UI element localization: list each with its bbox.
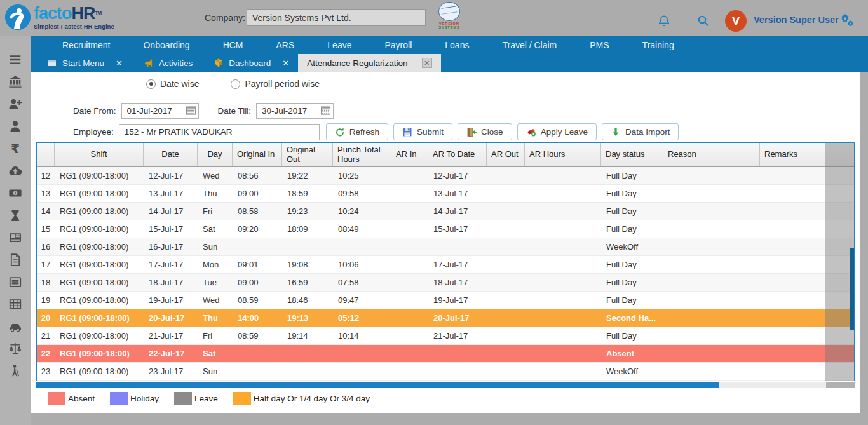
column-header-punch-total-hours[interactable]: Punch Total Hours [333,143,391,166]
column-header-day-status[interactable]: Day status [601,143,663,166]
column-header-reason[interactable]: Reason [663,143,760,166]
employee-label: Employee: [73,127,114,137]
sidebar-user-add-icon[interactable] [8,97,22,111]
apply-leave-button[interactable]: Apply Leave [517,123,597,140]
refresh-button[interactable]: Refresh [326,123,388,140]
cell-day-status: Full Day [601,274,663,291]
sidebar-user-icon[interactable] [8,119,22,133]
employee-input[interactable] [119,124,320,140]
nav-item-hcm[interactable]: HCM [207,40,260,50]
nav-item-leave[interactable]: Leave [311,40,368,50]
sidebar-scales-icon[interactable] [8,342,22,356]
table-row-15-Jul-17[interactable]: 15RG1 (09:00-18:00)15-Jul-17Sat09:2018:0… [37,220,854,238]
table-row-22-Jul-17[interactable]: 22RG1 (09:00-18:00)22-Jul-17SatAbsent [37,345,854,363]
cell-day: Sat [198,220,233,238]
table-row-20-Jul-17[interactable]: 20RG1 (09:00-18:00)20-Jul-17Thu14:0019:1… [37,309,854,327]
column-header-shift[interactable]: Shift [55,143,144,166]
notifications-bell-icon[interactable] [657,14,671,28]
cell-reason [663,274,760,291]
table-row-13-Jul-17[interactable]: 13RG1 (09:00-18:00)13-Jul-17Thu09:0018:5… [37,185,854,203]
nav-item-travel-claim[interactable]: Travel / Claim [485,40,573,50]
column-header-day[interactable]: Day [198,143,233,166]
cell-day-status: Full Day [601,167,663,184]
radio-date-wise[interactable]: Date wise [146,79,199,89]
sidebar-table-icon[interactable] [8,297,22,311]
cell-ar-hours [525,238,601,255]
calendar-icon[interactable] [321,106,330,115]
sidebar-cloud-upload-icon[interactable] [8,164,22,178]
table-row-23-Jul-17[interactable]: 23RG1 (09:00-18:00)23-Jul-17SunWeekOff [37,363,854,381]
cell-punch-total-hours [333,345,391,362]
column-header-ar-in[interactable]: AR In [391,143,428,166]
table-row-19-Jul-17[interactable]: 19RG1 (09:00-18:00)19-Jul-17Wed08:5918:4… [37,292,854,309]
nav-item-pms[interactable]: PMS [573,40,625,50]
close-tab-icon[interactable]: ✕ [282,58,289,68]
cell-row-number: 12 [37,167,55,184]
cell-day-status: WeekOff [601,238,663,255]
table-row-21-Jul-17[interactable]: 21RG1 (09:00-18:00)21-Jul-17Fri08:5919:1… [37,327,854,345]
table-row-12-Jul-17[interactable]: 12RG1 (09:00-18:00)12-Jul-17Wed08:5619:2… [37,167,854,185]
sidebar-accessibility-icon[interactable] [8,364,22,378]
sidebar-hourglass-icon[interactable] [8,208,22,222]
close-tab-icon[interactable]: ✕ [116,58,123,68]
cell-original-out [282,238,333,255]
table-row-14-Jul-17[interactable]: 14RG1 (09:00-18:00)14-Jul-17Fri08:5819:2… [37,203,854,220]
nav-item-recruitment[interactable]: Recruitment [46,40,126,50]
cell-ar-to-date: 12-Jul-17 [428,167,487,184]
table-row-17-Jul-17[interactable]: 17RG1 (09:00-18:00)17-Jul-17Mon09:0119:0… [37,256,854,274]
tab-attendance-regularization[interactable]: Attendance Regularization✕ [298,54,440,72]
cell-original-out: 19:08 [282,256,333,273]
tab-activities[interactable]: Activities [135,54,201,72]
column-header-ar-out[interactable]: AR Out [487,143,525,166]
cell-day-status: Full Day [601,220,663,238]
nav-item-onboarding[interactable]: Onboarding [126,40,206,50]
cell-row-number: 19 [37,292,55,309]
tab-dashboard[interactable]: Dashboard✕ [205,54,298,72]
table-row-18-Jul-17[interactable]: 18RG1 (09:00-18:00)18-Jul-17Tue09:0016:5… [37,274,854,292]
close-button[interactable]: Close [458,123,512,140]
sidebar-newspaper-icon[interactable] [8,231,22,245]
column-header-ar-hours[interactable]: AR Hours [525,143,601,166]
attendance-grid: ShiftDateDayOriginal InOriginal OutPunch… [36,142,855,381]
column-header-original-out[interactable]: Original Out [282,143,333,166]
horizontal-scrollbar[interactable] [36,382,855,388]
column-header-date[interactable]: Date [144,143,198,166]
column-header-ar-to-date[interactable]: AR To Date [428,143,487,166]
cell-ar-in [391,167,428,184]
vertical-scrollbar-thumb[interactable] [850,248,854,330]
cell-punch-total-hours [333,363,391,380]
nav-item-loans[interactable]: Loans [428,40,485,50]
submit-button[interactable]: Submit [393,123,452,140]
user-avatar[interactable]: V [725,10,747,32]
column-header-original-in[interactable]: Original In [233,143,282,166]
nav-item-training[interactable]: Training [626,40,691,50]
sidebar-bank-icon[interactable] [8,75,22,89]
column-header-row-number[interactable] [37,143,55,166]
sidebar-rupee-icon[interactable]: ₹ [8,142,22,156]
sidebar-car-icon[interactable] [8,320,22,334]
table-row-16-Jul-17[interactable]: 16RG1 (09:00-18:00)16-Jul-17SunWeekOff [37,238,854,256]
cell-day: Wed [198,167,233,184]
sidebar-menu-icon[interactable] [8,53,22,67]
settings-gears-icon[interactable] [840,13,854,27]
column-header-remarks[interactable]: Remarks [760,143,827,166]
data-import-button[interactable]: Data Import [602,123,679,140]
sidebar-document-icon[interactable] [8,253,22,267]
cell-ar-hours [525,292,601,309]
nav-item-ars[interactable]: ARS [260,40,311,50]
sidebar-list-icon[interactable] [8,275,22,289]
search-icon[interactable] [696,14,710,28]
calendar-icon[interactable] [186,106,196,115]
company-input[interactable] [247,9,426,26]
radio-payroll-period-wise[interactable]: Payroll period wise [231,79,320,89]
horizontal-scrollbar-thumb[interactable] [36,382,719,388]
radio-date-wise-dot[interactable] [146,79,156,89]
user-name[interactable]: Version Super User [754,15,839,25]
factohr-logo-icon [5,4,31,30]
nav-item-payroll[interactable]: Payroll [368,40,428,50]
radio-payroll-dot[interactable] [231,79,240,89]
legend-swatch [233,392,251,405]
close-tab-icon[interactable]: ✕ [422,58,432,68]
sidebar-banknote-icon[interactable] [8,186,22,200]
tab-start-menu[interactable]: Start Menu✕ [38,54,132,72]
